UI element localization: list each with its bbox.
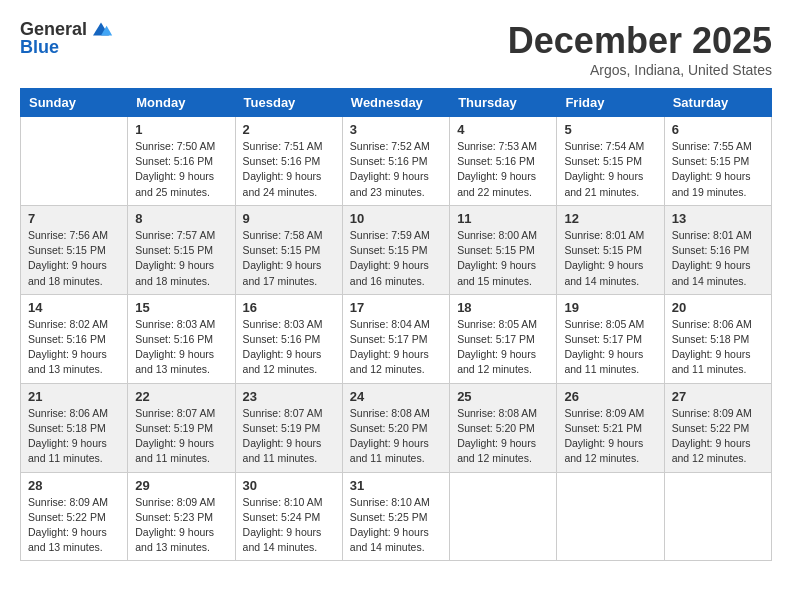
sunrise-text: Sunrise: 7:54 AM	[564, 140, 644, 152]
table-row: 25 Sunrise: 8:08 AM Sunset: 5:20 PM Dayl…	[450, 383, 557, 472]
table-row: 11 Sunrise: 8:00 AM Sunset: 5:15 PM Dayl…	[450, 205, 557, 294]
sunset-text: Sunset: 5:15 PM	[243, 244, 321, 256]
sunset-text: Sunset: 5:15 PM	[564, 155, 642, 167]
cell-content: Sunrise: 8:03 AM Sunset: 5:16 PM Dayligh…	[135, 317, 227, 378]
month-title: December 2025	[508, 20, 772, 62]
cell-content: Sunrise: 7:59 AM Sunset: 5:15 PM Dayligh…	[350, 228, 442, 289]
table-row: 3 Sunrise: 7:52 AM Sunset: 5:16 PM Dayli…	[342, 117, 449, 206]
calendar-week-row: 14 Sunrise: 8:02 AM Sunset: 5:16 PM Dayl…	[21, 294, 772, 383]
cell-content: Sunrise: 8:01 AM Sunset: 5:16 PM Dayligh…	[672, 228, 764, 289]
cell-content: Sunrise: 8:06 AM Sunset: 5:18 PM Dayligh…	[28, 406, 120, 467]
sunset-text: Sunset: 5:16 PM	[135, 155, 213, 167]
day-number: 30	[243, 478, 335, 493]
table-row: 9 Sunrise: 7:58 AM Sunset: 5:15 PM Dayli…	[235, 205, 342, 294]
sunrise-text: Sunrise: 8:09 AM	[564, 407, 644, 419]
table-row: 29 Sunrise: 8:09 AM Sunset: 5:23 PM Dayl…	[128, 472, 235, 561]
table-row: 14 Sunrise: 8:02 AM Sunset: 5:16 PM Dayl…	[21, 294, 128, 383]
sunset-text: Sunset: 5:16 PM	[672, 244, 750, 256]
table-row	[557, 472, 664, 561]
logo-general: General	[20, 20, 87, 38]
table-row: 21 Sunrise: 8:06 AM Sunset: 5:18 PM Dayl…	[21, 383, 128, 472]
daylight-text: Daylight: 9 hours and 14 minutes.	[243, 526, 322, 553]
sunset-text: Sunset: 5:24 PM	[243, 511, 321, 523]
day-number: 16	[243, 300, 335, 315]
sunrise-text: Sunrise: 8:06 AM	[28, 407, 108, 419]
day-number: 12	[564, 211, 656, 226]
day-number: 28	[28, 478, 120, 493]
logo-blue: Blue	[20, 38, 59, 56]
day-number: 23	[243, 389, 335, 404]
table-row: 2 Sunrise: 7:51 AM Sunset: 5:16 PM Dayli…	[235, 117, 342, 206]
table-row: 13 Sunrise: 8:01 AM Sunset: 5:16 PM Dayl…	[664, 205, 771, 294]
sunrise-text: Sunrise: 8:05 AM	[457, 318, 537, 330]
table-row: 10 Sunrise: 7:59 AM Sunset: 5:15 PM Dayl…	[342, 205, 449, 294]
day-number: 21	[28, 389, 120, 404]
table-row: 6 Sunrise: 7:55 AM Sunset: 5:15 PM Dayli…	[664, 117, 771, 206]
sunset-text: Sunset: 5:15 PM	[564, 244, 642, 256]
cell-content: Sunrise: 7:50 AM Sunset: 5:16 PM Dayligh…	[135, 139, 227, 200]
cell-content: Sunrise: 8:09 AM Sunset: 5:23 PM Dayligh…	[135, 495, 227, 556]
sunrise-text: Sunrise: 7:58 AM	[243, 229, 323, 241]
daylight-text: Daylight: 9 hours and 12 minutes.	[350, 348, 429, 375]
sunrise-text: Sunrise: 8:01 AM	[672, 229, 752, 241]
daylight-text: Daylight: 9 hours and 11 minutes.	[28, 437, 107, 464]
day-number: 19	[564, 300, 656, 315]
cell-content: Sunrise: 7:58 AM Sunset: 5:15 PM Dayligh…	[243, 228, 335, 289]
title-area: December 2025 Argos, Indiana, United Sta…	[508, 20, 772, 78]
daylight-text: Daylight: 9 hours and 16 minutes.	[350, 259, 429, 286]
sunset-text: Sunset: 5:15 PM	[350, 244, 428, 256]
daylight-text: Daylight: 9 hours and 11 minutes.	[350, 437, 429, 464]
day-number: 4	[457, 122, 549, 137]
table-row: 4 Sunrise: 7:53 AM Sunset: 5:16 PM Dayli…	[450, 117, 557, 206]
day-number: 3	[350, 122, 442, 137]
sunrise-text: Sunrise: 8:04 AM	[350, 318, 430, 330]
sunset-text: Sunset: 5:15 PM	[28, 244, 106, 256]
daylight-text: Daylight: 9 hours and 13 minutes.	[28, 526, 107, 553]
day-number: 27	[672, 389, 764, 404]
daylight-text: Daylight: 9 hours and 13 minutes.	[135, 348, 214, 375]
table-row: 28 Sunrise: 8:09 AM Sunset: 5:22 PM Dayl…	[21, 472, 128, 561]
cell-content: Sunrise: 7:52 AM Sunset: 5:16 PM Dayligh…	[350, 139, 442, 200]
cell-content: Sunrise: 8:03 AM Sunset: 5:16 PM Dayligh…	[243, 317, 335, 378]
header-wednesday: Wednesday	[342, 89, 449, 117]
calendar-week-row: 1 Sunrise: 7:50 AM Sunset: 5:16 PM Dayli…	[21, 117, 772, 206]
table-row: 16 Sunrise: 8:03 AM Sunset: 5:16 PM Dayl…	[235, 294, 342, 383]
table-row: 19 Sunrise: 8:05 AM Sunset: 5:17 PM Dayl…	[557, 294, 664, 383]
table-row: 22 Sunrise: 8:07 AM Sunset: 5:19 PM Dayl…	[128, 383, 235, 472]
header-sunday: Sunday	[21, 89, 128, 117]
day-number: 1	[135, 122, 227, 137]
sunset-text: Sunset: 5:25 PM	[350, 511, 428, 523]
header-thursday: Thursday	[450, 89, 557, 117]
table-row: 1 Sunrise: 7:50 AM Sunset: 5:16 PM Dayli…	[128, 117, 235, 206]
day-number: 29	[135, 478, 227, 493]
daylight-text: Daylight: 9 hours and 12 minutes.	[243, 348, 322, 375]
sunrise-text: Sunrise: 7:52 AM	[350, 140, 430, 152]
sunrise-text: Sunrise: 7:59 AM	[350, 229, 430, 241]
sunset-text: Sunset: 5:16 PM	[135, 333, 213, 345]
cell-content: Sunrise: 8:09 AM Sunset: 5:22 PM Dayligh…	[28, 495, 120, 556]
logo-icon	[89, 21, 113, 37]
cell-content: Sunrise: 8:01 AM Sunset: 5:15 PM Dayligh…	[564, 228, 656, 289]
sunrise-text: Sunrise: 8:08 AM	[350, 407, 430, 419]
cell-content: Sunrise: 7:54 AM Sunset: 5:15 PM Dayligh…	[564, 139, 656, 200]
cell-content: Sunrise: 8:02 AM Sunset: 5:16 PM Dayligh…	[28, 317, 120, 378]
sunset-text: Sunset: 5:16 PM	[28, 333, 106, 345]
sunset-text: Sunset: 5:21 PM	[564, 422, 642, 434]
table-row	[21, 117, 128, 206]
sunrise-text: Sunrise: 8:09 AM	[672, 407, 752, 419]
day-number: 25	[457, 389, 549, 404]
page-header: General Blue December 2025 Argos, Indian…	[20, 20, 772, 78]
sunrise-text: Sunrise: 8:01 AM	[564, 229, 644, 241]
cell-content: Sunrise: 8:08 AM Sunset: 5:20 PM Dayligh…	[350, 406, 442, 467]
daylight-text: Daylight: 9 hours and 14 minutes.	[350, 526, 429, 553]
day-number: 17	[350, 300, 442, 315]
sunrise-text: Sunrise: 7:50 AM	[135, 140, 215, 152]
daylight-text: Daylight: 9 hours and 11 minutes.	[672, 348, 751, 375]
sunset-text: Sunset: 5:19 PM	[135, 422, 213, 434]
table-row: 7 Sunrise: 7:56 AM Sunset: 5:15 PM Dayli…	[21, 205, 128, 294]
daylight-text: Daylight: 9 hours and 18 minutes.	[28, 259, 107, 286]
table-row: 24 Sunrise: 8:08 AM Sunset: 5:20 PM Dayl…	[342, 383, 449, 472]
cell-content: Sunrise: 7:53 AM Sunset: 5:16 PM Dayligh…	[457, 139, 549, 200]
cell-content: Sunrise: 8:00 AM Sunset: 5:15 PM Dayligh…	[457, 228, 549, 289]
cell-content: Sunrise: 8:04 AM Sunset: 5:17 PM Dayligh…	[350, 317, 442, 378]
